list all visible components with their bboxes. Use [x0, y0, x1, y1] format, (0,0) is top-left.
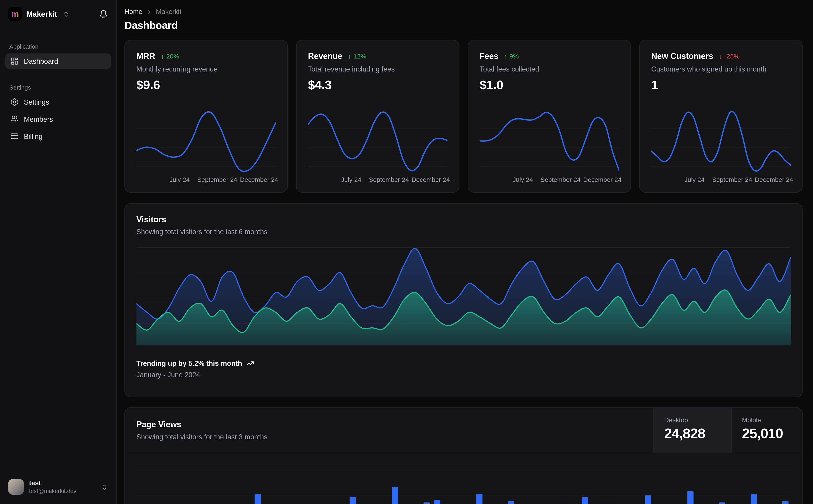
- chevron-right-icon: [146, 8, 152, 15]
- trend-badge: 9%: [504, 53, 519, 60]
- main-content: Home Makerkit Dashboard MRR 20% Monthly …: [117, 0, 813, 504]
- stat-subtitle: Monthly recurring revenue: [136, 65, 276, 73]
- trend-badge: 20%: [161, 53, 179, 60]
- sparkline-chart: [651, 110, 791, 173]
- visitors-title: Visitors: [136, 215, 791, 224]
- trend-badge: -25%: [719, 53, 740, 60]
- workspace-name: Makerkit: [27, 10, 57, 18]
- stat-subtitle: Customers who signed up this month: [651, 65, 791, 73]
- page-views-bar-chart: [136, 457, 791, 504]
- stat-card-mrr: MRR 20% Monthly recurring revenue $9.6 J…: [124, 40, 288, 193]
- toggle-value: 25,010: [742, 426, 802, 442]
- stat-value: $1.0: [480, 78, 619, 92]
- sparkline-chart: [136, 110, 276, 173]
- trend-badge: 12%: [348, 53, 366, 60]
- sparkline-x-labels: July 24September 24December 24: [651, 176, 791, 185]
- stat-cards-row: MRR 20% Monthly recurring revenue $9.6 J…: [124, 40, 802, 193]
- section-label-application: Application: [9, 43, 107, 50]
- workspace-selector[interactable]: m Makerkit: [5, 6, 111, 22]
- arrow-up-icon: [504, 53, 507, 60]
- breadcrumb-home-link[interactable]: Home: [124, 8, 142, 16]
- page-views-card: Page Views Showing total visitors for th…: [124, 407, 802, 504]
- toggle-value: 24,828: [664, 426, 731, 442]
- dashboard-icon: [10, 57, 19, 65]
- section-label-settings: Settings: [9, 85, 107, 91]
- stat-value: 1: [651, 78, 791, 92]
- sidebar-item-label: Members: [24, 115, 53, 123]
- breadcrumb: Home Makerkit: [124, 8, 802, 16]
- sidebar: m Makerkit Application Dashboard Setting…: [0, 0, 117, 504]
- stat-title: New Customers: [651, 52, 713, 61]
- stat-title: Fees: [480, 52, 498, 61]
- toggle-label: Desktop: [664, 416, 731, 424]
- sparkline-chart: [308, 110, 448, 173]
- sparkline-x-labels: July 24September 24December 24: [308, 176, 448, 185]
- arrow-up-icon: [348, 53, 351, 60]
- arrow-up-icon: [161, 53, 164, 60]
- visitors-date-range: January - June 2024: [136, 371, 791, 379]
- sidebar-item-billing[interactable]: Billing: [5, 128, 111, 144]
- sidebar-item-label: Billing: [24, 132, 43, 140]
- sidebar-item-label: Settings: [24, 98, 49, 106]
- page-views-title: Page Views: [136, 420, 642, 430]
- logo-letter: m: [11, 10, 19, 19]
- sparkline-x-labels: July 24September 24December 24: [136, 176, 276, 185]
- stat-card-new-customers: New Customers -25% Customers who signed …: [639, 40, 802, 193]
- sidebar-item-dashboard[interactable]: Dashboard: [5, 53, 111, 69]
- sparkline-x-labels: July 24September 24December 24: [480, 176, 619, 185]
- users-icon: [10, 115, 19, 123]
- stat-card-fees: Fees 9% Total fees collected $1.0 July 2…: [468, 40, 631, 193]
- page-views-subtitle: Showing total visitors for the last 3 mo…: [136, 433, 642, 441]
- stat-title: Revenue: [308, 52, 342, 61]
- toggle-desktop[interactable]: Desktop 24,828: [654, 408, 731, 453]
- visitors-area-chart: [136, 244, 791, 345]
- credit-card-icon: [10, 132, 19, 140]
- sidebar-item-settings[interactable]: Settings: [5, 94, 111, 110]
- visitors-subtitle: Showing total visitors for the last 6 mo…: [136, 228, 791, 236]
- trending-up-icon: [246, 359, 254, 367]
- breadcrumb-current: Makerkit: [156, 8, 181, 16]
- page-title: Dashboard: [124, 20, 802, 32]
- stat-card-revenue: Revenue 12% Total revenue including fees…: [296, 40, 459, 193]
- sidebar-item-label: Dashboard: [24, 57, 58, 65]
- toggle-label: Mobile: [742, 416, 802, 424]
- user-name: test: [29, 480, 76, 487]
- page-root: m Makerkit Application Dashboard Setting…: [0, 0, 813, 504]
- visitors-trend-text: Trending up by 5.2% this month: [136, 359, 242, 367]
- chevrons-up-down-icon: [101, 483, 108, 490]
- user-account-menu[interactable]: test test@makerkit.dev: [5, 477, 111, 497]
- gear-icon: [10, 98, 19, 106]
- user-email: test@makerkit.dev: [29, 488, 76, 494]
- stat-value: $4.3: [308, 78, 448, 92]
- sparkline-chart: [480, 110, 619, 173]
- avatar: [8, 479, 24, 495]
- chevrons-up-down-icon: [63, 11, 69, 17]
- stat-value: $9.6: [136, 78, 276, 92]
- stat-title: MRR: [136, 52, 155, 61]
- sidebar-item-members[interactable]: Members: [5, 111, 111, 127]
- notifications-bell-icon[interactable]: [99, 10, 108, 19]
- visitors-card: Visitors Showing total visitors for the …: [124, 203, 802, 397]
- stat-subtitle: Total revenue including fees: [308, 65, 448, 73]
- toggle-mobile[interactable]: Mobile 25,010: [731, 408, 802, 453]
- makerkit-logo: m: [8, 7, 22, 21]
- stat-subtitle: Total fees collected: [480, 65, 619, 73]
- page-views-header: Page Views Showing total visitors for th…: [125, 408, 802, 453]
- arrow-down-icon: [719, 53, 723, 60]
